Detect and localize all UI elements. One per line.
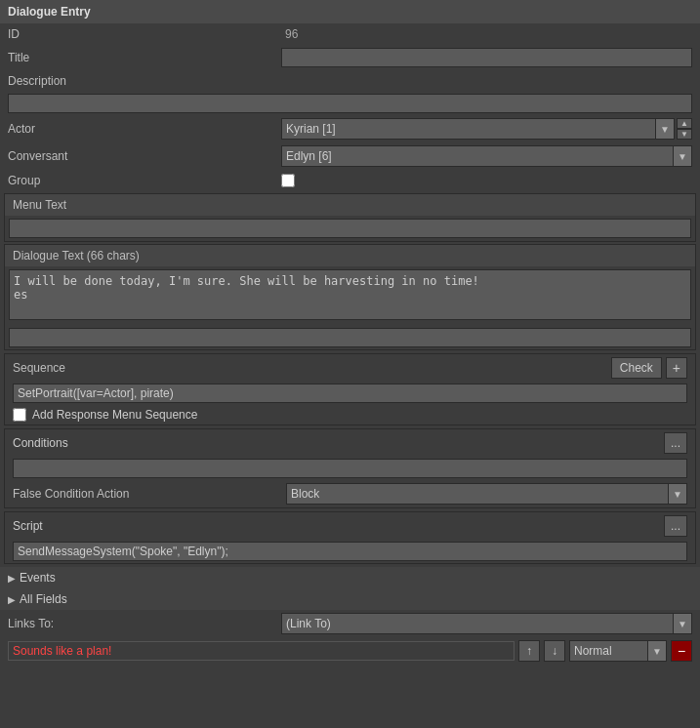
link-remove-button[interactable]: − bbox=[671, 640, 692, 662]
sequence-section: Sequence Check + Add Response Menu Seque… bbox=[4, 353, 696, 425]
sequence-header-row: Sequence Check + bbox=[5, 354, 695, 382]
title-label: Title bbox=[8, 51, 281, 64]
panel-header: Dialogue Entry bbox=[0, 0, 700, 23]
script-input-row bbox=[5, 540, 695, 563]
all-fields-row[interactable]: ▶ All Fields bbox=[0, 588, 700, 610]
links-to-row: Links To: (Link To) ▼ bbox=[0, 610, 700, 637]
description-input[interactable] bbox=[8, 94, 692, 113]
dialogue-text-extra-input[interactable] bbox=[9, 328, 691, 347]
links-to-select[interactable]: (Link To) bbox=[281, 613, 692, 634]
sequence-plus-button[interactable]: + bbox=[666, 357, 687, 379]
events-label: Events bbox=[20, 571, 56, 585]
script-label: Script bbox=[13, 519, 43, 533]
group-checkbox[interactable] bbox=[281, 174, 295, 187]
group-row: Group bbox=[0, 170, 700, 191]
up-arrow-icon: ↑ bbox=[526, 644, 532, 658]
script-section: Script ... bbox=[4, 511, 696, 564]
dialogue-text-section: Dialogue Text (66 chars) I will be done … bbox=[4, 244, 696, 350]
dialogue-text-header: Dialogue Text (66 chars) bbox=[5, 245, 695, 266]
menu-text-section: Menu Text bbox=[4, 193, 696, 242]
sequence-label: Sequence bbox=[13, 361, 65, 375]
script-dots-button[interactable]: ... bbox=[664, 515, 687, 537]
conversant-select[interactable]: Edlyn [6] Kyrian [1] None bbox=[281, 145, 692, 167]
minus-icon: − bbox=[678, 643, 685, 659]
sequence-input-row bbox=[5, 382, 695, 405]
all-fields-collapse-arrow: ▶ bbox=[8, 594, 16, 605]
description-row: Description bbox=[0, 70, 700, 92]
id-label: ID bbox=[8, 27, 281, 41]
actor-spinner: ▲ ▼ bbox=[677, 118, 692, 140]
group-label: Group bbox=[8, 174, 281, 187]
events-row[interactable]: ▶ Events bbox=[0, 567, 700, 588]
conversant-label: Conversant bbox=[8, 149, 281, 163]
menu-text-header: Menu Text bbox=[5, 194, 695, 216]
conditions-dots-button[interactable]: ... bbox=[664, 432, 687, 454]
check-button[interactable]: Check bbox=[611, 357, 662, 379]
title-input[interactable] bbox=[281, 48, 692, 67]
id-value: 96 bbox=[281, 27, 298, 41]
actor-select[interactable]: Kyrian [1] Edlyn [6] None bbox=[281, 118, 675, 140]
dialogue-text-input[interactable]: I will be done today, I'm sure. She will… bbox=[9, 269, 691, 320]
conditions-input[interactable] bbox=[13, 459, 687, 478]
conditions-label: Conditions bbox=[13, 436, 68, 450]
title-row: Title bbox=[0, 45, 700, 70]
actor-spin-up[interactable]: ▲ bbox=[677, 118, 692, 129]
down-arrow-icon: ↓ bbox=[552, 644, 557, 658]
add-response-row: Add Response Menu Sequence bbox=[5, 405, 695, 425]
normal-select[interactable]: Normal Disabled Active bbox=[569, 640, 667, 662]
dialogue-text-label: Dialogue Text (66 chars) bbox=[13, 249, 140, 263]
script-header-row: Script ... bbox=[5, 512, 695, 540]
script-input[interactable] bbox=[13, 542, 687, 561]
actor-row: Actor Kyrian [1] Edlyn [6] None ▼ ▲ ▼ bbox=[0, 115, 700, 142]
conditions-input-row bbox=[5, 457, 695, 480]
all-fields-label: All Fields bbox=[20, 592, 67, 606]
description-label: Description bbox=[8, 74, 281, 88]
sequence-input[interactable] bbox=[13, 384, 687, 403]
normal-select-wrapper: Normal Disabled Active ▼ bbox=[569, 640, 667, 662]
panel-title: Dialogue Entry bbox=[8, 5, 91, 19]
link-input-row: ↑ ↓ Normal Disabled Active ▼ − bbox=[0, 637, 700, 665]
link-text-input[interactable] bbox=[8, 641, 515, 661]
link-up-button[interactable]: ↑ bbox=[518, 640, 540, 662]
conditions-header-row: Conditions ... bbox=[5, 429, 695, 457]
sequence-buttons: Check + bbox=[611, 357, 687, 379]
id-row: ID 96 bbox=[0, 23, 700, 45]
menu-text-label: Menu Text bbox=[13, 198, 66, 212]
add-response-checkbox[interactable] bbox=[13, 408, 26, 422]
actor-spin-down[interactable]: ▼ bbox=[677, 129, 692, 140]
false-condition-select[interactable]: Block Allow Skip bbox=[286, 483, 687, 505]
link-down-button[interactable]: ↓ bbox=[544, 640, 565, 662]
menu-text-input[interactable] bbox=[9, 219, 691, 238]
links-to-label: Links To: bbox=[8, 617, 281, 630]
conversant-row: Conversant Edlyn [6] Kyrian [1] None ▼ bbox=[0, 142, 700, 170]
false-condition-row: False Condition Action Block Allow Skip … bbox=[5, 480, 695, 507]
conditions-section: Conditions ... False Condition Action Bl… bbox=[4, 428, 696, 508]
actor-label: Actor bbox=[8, 122, 281, 136]
false-condition-label: False Condition Action bbox=[13, 487, 286, 501]
add-response-label: Add Response Menu Sequence bbox=[32, 408, 197, 422]
dialogue-entry-panel: Dialogue Entry ID 96 Title Description A… bbox=[0, 0, 700, 665]
events-collapse-arrow: ▶ bbox=[8, 573, 16, 584]
